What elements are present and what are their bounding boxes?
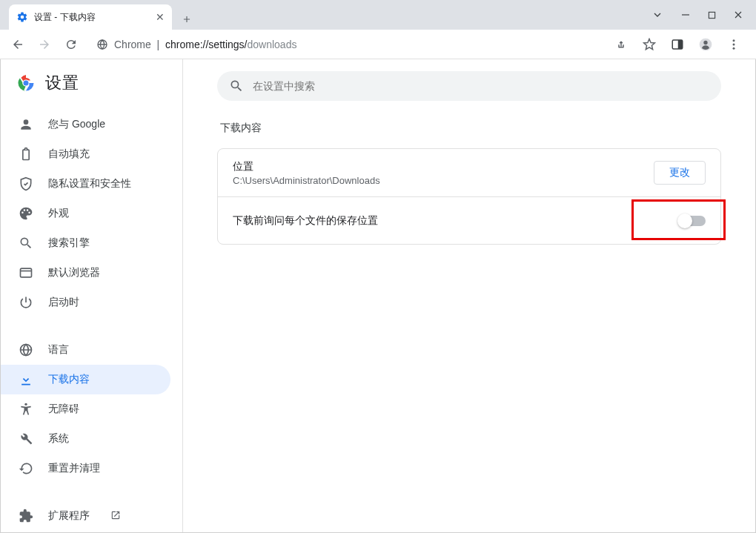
svg-point-6 bbox=[733, 39, 735, 42]
sidebar-item-label: 自动填充 bbox=[48, 148, 90, 161]
search-icon bbox=[229, 79, 244, 93]
app-header: 设置 bbox=[1, 59, 182, 107]
sidebar-item-label: 下载内容 bbox=[48, 373, 90, 386]
sidebar-item-accessibility[interactable]: 无障碍 bbox=[1, 394, 170, 424]
share-icon[interactable] bbox=[611, 34, 631, 55]
sidebar: 设置 您与 Google 自动填充 隐私设置和安全性 外观 搜索引擎 默认浏览器 bbox=[1, 59, 183, 532]
palette-icon bbox=[19, 206, 33, 221]
sidebar-item-extensions[interactable]: 扩展程序 bbox=[1, 501, 170, 531]
shield-icon bbox=[19, 176, 33, 191]
power-icon bbox=[19, 295, 33, 310]
side-panel-icon[interactable] bbox=[667, 34, 688, 55]
content-area: 下载内容 位置 C:\Users\Administrator\Downloads… bbox=[183, 59, 755, 532]
svg-point-14 bbox=[24, 403, 27, 405]
chrome-logo-icon bbox=[17, 74, 35, 92]
sidebar-item-label: 系统 bbox=[48, 432, 69, 446]
sidebar-item-downloads[interactable]: 下载内容 bbox=[1, 365, 170, 394]
svg-rect-0 bbox=[709, 12, 714, 18]
sidebar-nav[interactable]: 您与 Google 自动填充 隐私设置和安全性 外观 搜索引擎 默认浏览器 启动… bbox=[1, 107, 182, 532]
section-title: 下载内容 bbox=[217, 122, 721, 135]
new-tab-button[interactable] bbox=[176, 9, 197, 30]
svg-rect-12 bbox=[21, 268, 32, 277]
sidebar-item-search-engine[interactable]: 搜索引擎 bbox=[1, 228, 170, 258]
change-location-button[interactable]: 更改 bbox=[654, 161, 706, 185]
bookmark-icon[interactable] bbox=[639, 34, 660, 55]
download-icon bbox=[19, 372, 33, 387]
sidebar-item-label: 您与 Google bbox=[48, 118, 105, 131]
sidebar-item-privacy[interactable]: 隐私设置和安全性 bbox=[1, 169, 170, 199]
window-titlebar: 设置 - 下载内容 ✕ bbox=[0, 0, 756, 30]
sidebar-item-label: 语言 bbox=[48, 343, 69, 357]
gear-icon bbox=[16, 11, 28, 23]
download-location-row: 位置 C:\Users\Administrator\Downloads 更改 bbox=[218, 149, 720, 196]
sidebar-item-label: 重置并清理 bbox=[48, 462, 100, 475]
ask-before-download-toggle[interactable] bbox=[679, 216, 706, 226]
clipboard-icon bbox=[19, 147, 33, 162]
sidebar-item-reset[interactable]: 重置并清理 bbox=[1, 454, 170, 483]
close-window-button[interactable] bbox=[734, 10, 743, 19]
sidebar-item-autofill[interactable]: 自动填充 bbox=[1, 139, 170, 169]
ask-before-download-row: 下载前询问每个文件的保存位置 bbox=[218, 196, 720, 244]
sidebar-item-label: 隐私设置和安全性 bbox=[48, 177, 131, 191]
browser-tab-settings[interactable]: 设置 - 下载内容 ✕ bbox=[9, 4, 172, 30]
chevron-down-icon[interactable] bbox=[651, 9, 663, 21]
accessibility-icon bbox=[19, 402, 33, 417]
window-controls bbox=[638, 0, 756, 30]
sidebar-item-appearance[interactable]: 外观 bbox=[1, 199, 170, 228]
sidebar-item-label: 启动时 bbox=[48, 296, 79, 309]
profile-icon[interactable] bbox=[695, 34, 716, 55]
back-button[interactable] bbox=[7, 34, 28, 55]
wrench-icon bbox=[19, 431, 33, 446]
sidebar-item-on-startup[interactable]: 启动时 bbox=[1, 288, 170, 317]
app-title: 设置 bbox=[45, 72, 79, 94]
settings-search[interactable] bbox=[217, 71, 721, 101]
svg-point-8 bbox=[733, 47, 735, 49]
settings-app: 设置 您与 Google 自动填充 隐私设置和安全性 外观 搜索引擎 默认浏览器 bbox=[0, 59, 756, 533]
sidebar-item-you-and-google[interactable]: 您与 Google bbox=[1, 110, 170, 139]
location-path: C:\Users\Administrator\Downloads bbox=[233, 175, 654, 186]
kebab-menu-icon[interactable] bbox=[723, 34, 744, 55]
extension-icon bbox=[19, 509, 33, 523]
svg-rect-3 bbox=[678, 40, 683, 49]
svg-point-5 bbox=[703, 40, 707, 44]
tab-title: 设置 - 下载内容 bbox=[34, 11, 96, 24]
sidebar-item-label: 扩展程序 bbox=[48, 509, 90, 523]
omnibox-url-prefix: chrome:// bbox=[165, 39, 208, 50]
omnibox-site: Chrome bbox=[114, 39, 151, 50]
sidebar-item-label: 无障碍 bbox=[48, 403, 79, 416]
globe-icon bbox=[19, 342, 33, 357]
sidebar-item-default-browser[interactable]: 默认浏览器 bbox=[1, 258, 170, 288]
ask-label: 下载前询问每个文件的保存位置 bbox=[233, 214, 679, 228]
sidebar-item-languages[interactable]: 语言 bbox=[1, 335, 170, 365]
sidebar-item-label: 搜索引擎 bbox=[48, 236, 90, 250]
sidebar-item-label: 默认浏览器 bbox=[48, 266, 100, 279]
location-label: 位置 bbox=[233, 160, 654, 173]
svg-point-11 bbox=[24, 81, 29, 86]
address-bar[interactable]: Chrome | chrome://settings/downloads bbox=[87, 33, 605, 56]
search-icon bbox=[19, 236, 33, 251]
sidebar-item-system[interactable]: 系统 bbox=[1, 424, 170, 454]
open-external-icon bbox=[110, 510, 122, 522]
maximize-button[interactable] bbox=[708, 11, 716, 19]
browser-icon bbox=[19, 265, 33, 280]
person-icon bbox=[19, 117, 33, 132]
restore-icon bbox=[19, 461, 33, 476]
sidebar-item-label: 外观 bbox=[48, 207, 69, 220]
svg-point-7 bbox=[733, 43, 735, 45]
browser-toolbar: Chrome | chrome://settings/downloads bbox=[0, 30, 756, 59]
downloads-card: 位置 C:\Users\Administrator\Downloads 更改 下… bbox=[217, 148, 721, 245]
forward-button[interactable] bbox=[34, 34, 55, 55]
site-info-icon[interactable] bbox=[96, 39, 108, 50]
minimize-button[interactable] bbox=[681, 10, 690, 19]
search-input[interactable] bbox=[253, 80, 709, 92]
close-tab-icon[interactable]: ✕ bbox=[156, 11, 165, 23]
reload-button[interactable] bbox=[61, 34, 82, 55]
